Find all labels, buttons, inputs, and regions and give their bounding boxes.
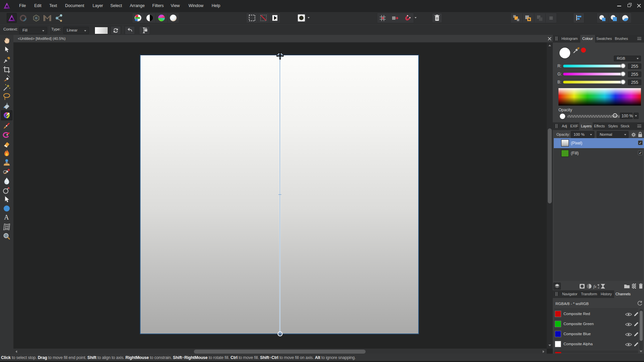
svg-text:fx: fx [593,284,597,289]
